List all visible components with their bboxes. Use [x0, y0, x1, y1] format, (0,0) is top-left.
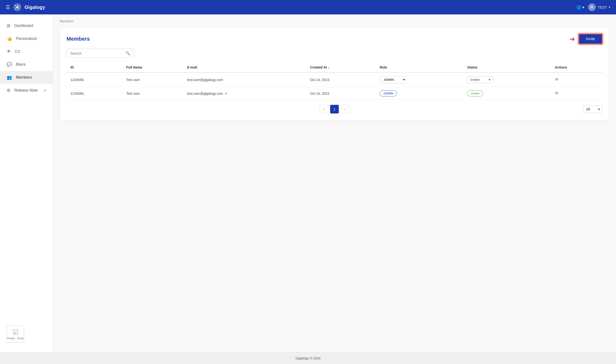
brand-name: Gigalogy — [25, 5, 45, 10]
cell-id: 1234566. — [67, 72, 122, 87]
main-layout: ⊞ Dashboard 👍 Personalizer 👁 CV 💬 Maira … — [0, 14, 616, 352]
sidebar-item-personalizer[interactable]: 👍 Personalizer — [0, 32, 53, 45]
cell-role: ADMIN MEMBER — [376, 72, 463, 87]
cell-email: test.user@gigalogy.com — [183, 72, 306, 87]
cell-email: test.user@gigalogy.com ✔ — [183, 87, 306, 100]
col-full-name: Full Name — [122, 63, 183, 72]
header-left: ☰ Gigalogy — [6, 3, 45, 12]
sidebar-item-maira[interactable]: 💬 Maira — [0, 58, 53, 71]
privacy-terms-label: Privacy · Terms — [7, 337, 24, 340]
prev-page-button[interactable]: ‹ — [320, 105, 328, 114]
svg-point-1 — [15, 5, 16, 6]
col-role: Role — [376, 63, 463, 72]
sidebar-item-members[interactable]: 👥 Members — [0, 71, 53, 84]
cell-role: ADMIN — [376, 87, 463, 100]
breadcrumb: Members — [60, 19, 609, 23]
recaptcha-widget: ☑ Privacy · Terms — [7, 325, 24, 343]
logo-icon — [13, 3, 22, 12]
col-created-at[interactable]: Created At ↓ — [306, 63, 376, 72]
svg-point-6 — [17, 9, 18, 10]
page-title: Members — [67, 36, 90, 42]
status-chevron-icon: ▾ — [489, 78, 490, 81]
user-menu-button[interactable]: R TEST ▾ — [588, 3, 610, 11]
sidebar-item-cv[interactable]: 👁 CV — [0, 45, 53, 58]
sidebar-bottom: ☑ Privacy · Terms — [0, 321, 53, 347]
invite-area: ➔ Invite — [569, 34, 602, 44]
cell-full-name: Test user — [122, 72, 183, 87]
avatar: R — [588, 3, 596, 11]
cell-status: Invited ▾ — [463, 72, 551, 87]
main-content: Members Members ➔ Invite 🔍 ID Full Name — [53, 14, 616, 352]
page-1-button[interactable]: 1 — [330, 105, 339, 114]
svg-point-5 — [17, 4, 18, 5]
gear-icon: ⚙ — [7, 88, 11, 93]
svg-point-0 — [16, 6, 18, 8]
email-verified-cell: test.user@gigalogy.com ✔ — [187, 91, 302, 95]
cell-status: Active — [463, 87, 551, 100]
thumbs-up-icon: 👍 — [7, 36, 12, 41]
col-status: Status — [463, 63, 551, 72]
arrow-right-icon: ➔ — [569, 35, 575, 43]
status-select[interactable]: Invited ▾ — [467, 76, 494, 83]
eye-icon: 👁 — [7, 49, 11, 54]
svg-point-4 — [18, 8, 20, 10]
svg-point-8 — [19, 7, 20, 8]
app-header: ☰ Gigalogy 🌐 ▾ R TEST ▾ — [0, 0, 616, 14]
search-input[interactable] — [70, 51, 126, 55]
verified-icon: ✔ — [225, 91, 228, 95]
cell-actions: 👁 — [551, 72, 602, 87]
sidebar: ⊞ Dashboard 👍 Personalizer 👁 CV 💬 Maira … — [0, 14, 53, 352]
svg-point-2 — [18, 5, 20, 6]
status-active-badge: Active — [467, 91, 483, 96]
email-text: test.user@gigalogy.com — [187, 91, 223, 95]
pagination: ‹ 1 › 10 20 50 — [67, 105, 602, 114]
table-row: 1234566. Test user test.user@gigalogy.co… — [67, 87, 602, 100]
external-link-icon: ↗ — [43, 89, 46, 92]
sidebar-item-label: Dashboard — [14, 24, 33, 28]
sidebar-item-label: CV — [15, 50, 20, 54]
hamburger-icon[interactable]: ☰ — [6, 4, 10, 10]
header-right: 🌐 ▾ R TEST ▾ — [577, 3, 610, 11]
status-invited-label: Invited — [470, 78, 479, 81]
page-size-selector: 10 20 50 — [583, 105, 602, 113]
svg-point-7 — [14, 7, 15, 8]
col-actions: Actions — [551, 63, 602, 72]
card-header: Members ➔ Invite — [67, 34, 602, 44]
cell-id: 1234566. — [67, 87, 122, 100]
search-icon: 🔍 — [126, 51, 130, 55]
globe-icon: 🌐 — [577, 5, 581, 10]
sidebar-item-label: Maira — [16, 62, 26, 67]
sidebar-nav: ⊞ Dashboard 👍 Personalizer 👁 CV 💬 Maira … — [0, 19, 53, 97]
table-row: 1234566. Test user test.user@gigalogy.co… — [67, 72, 602, 87]
col-id: ID — [67, 63, 122, 72]
language-button[interactable]: 🌐 ▾ — [577, 5, 584, 10]
view-icon[interactable]: 👁 — [555, 91, 559, 96]
table-header-row: ID Full Name E-mail Created At ↓ Role St… — [67, 63, 602, 72]
members-card: Members ➔ Invite 🔍 ID Full Name E-mail C… — [60, 27, 609, 120]
members-icon: 👥 — [7, 75, 12, 80]
cell-full-name: Test user — [122, 87, 183, 100]
dashboard-icon: ⊞ — [7, 23, 10, 28]
chevron-down-icon: ▾ — [582, 5, 584, 10]
page-size-select[interactable]: 10 20 50 — [583, 105, 602, 113]
cell-created-at: Oct 24, 2023 — [306, 87, 376, 100]
search-bar: 🔍 — [67, 49, 134, 58]
invite-button[interactable]: Invite — [579, 34, 602, 44]
view-icon[interactable]: 👁 — [555, 77, 559, 82]
col-email: E-mail — [183, 63, 306, 72]
footer-text: Gigalogy © 2024 — [295, 356, 321, 360]
app-footer: Gigalogy © 2024 — [0, 352, 616, 364]
user-chevron-icon: ▾ — [609, 6, 610, 9]
recaptcha-icon: ☑ — [13, 328, 18, 336]
role-badge: ADMIN — [380, 91, 397, 96]
sidebar-item-release-note[interactable]: ⚙ Release Note ↗ — [0, 84, 53, 97]
svg-point-3 — [15, 8, 16, 10]
cell-created-at: Oct 24, 2023 — [306, 72, 376, 87]
sidebar-item-label: Release Note — [14, 88, 38, 92]
chat-icon: 💬 — [7, 62, 12, 67]
role-select[interactable]: ADMIN MEMBER — [380, 76, 406, 83]
user-name: TEST — [598, 5, 607, 9]
sidebar-item-dashboard[interactable]: ⊞ Dashboard — [0, 19, 53, 32]
cell-actions: 👁 — [551, 87, 602, 100]
next-page-button[interactable]: › — [341, 105, 349, 114]
